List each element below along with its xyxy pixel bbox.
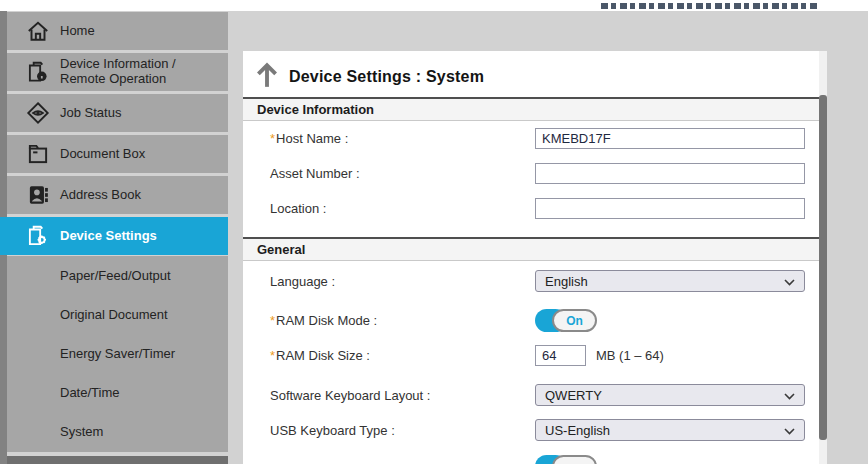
host-name-input[interactable]	[535, 128, 805, 149]
top-bar	[0, 0, 868, 11]
asset-number-label: Asset Number :	[270, 166, 535, 181]
device-settings-icon	[23, 221, 53, 251]
sidebar-subitem-paper-feed-output[interactable]: Paper/Feed/Output	[7, 256, 228, 295]
section-header-device-information: Device Information	[243, 97, 819, 121]
field-row-usb-keyboard-type: USB Keyboard Type : US-English	[270, 419, 810, 441]
ram-disk-size-label: *RAM Disk Size :	[270, 348, 535, 363]
ram-disk-mode-toggle[interactable]: On	[535, 309, 597, 332]
sidebar-item-home[interactable]: Home	[7, 12, 228, 50]
field-row-software-keyboard-layout: Software Keyboard Layout : QWERTY	[270, 384, 810, 406]
sidebar-item-document-box[interactable]: Document Box	[7, 135, 228, 173]
field-row-language: Language : English	[270, 270, 810, 292]
up-arrow-icon[interactable]	[254, 61, 280, 93]
required-marker: *	[270, 348, 275, 363]
sidebar-subitem-original-document[interactable]: Original Document	[7, 295, 228, 334]
clipped-text-remnant	[601, 3, 819, 9]
sidebar-submenu: Paper/Feed/Output Original Document Ener…	[7, 256, 228, 452]
document-box-icon	[23, 139, 53, 169]
address-book-icon	[23, 180, 53, 210]
page-title: Device Settings : System	[289, 68, 484, 86]
toggle-state-label: On	[552, 309, 597, 332]
field-row-host-name: *Host Name :	[270, 128, 810, 149]
section-header-general: General	[243, 237, 819, 261]
software-keyboard-layout-select-value: QWERTY	[545, 388, 602, 403]
field-row-ram-disk-size: *RAM Disk Size : MB (1 – 64)	[270, 345, 810, 366]
field-row-location: Location :	[270, 198, 810, 219]
ram-disk-size-label-text: RAM Disk Size :	[276, 348, 370, 363]
job-status-icon	[23, 98, 53, 128]
location-label: Location :	[270, 201, 535, 216]
chevron-down-icon	[784, 388, 795, 403]
usb-keyboard-type-select-value: US-English	[545, 423, 610, 438]
scrollbar[interactable]	[819, 51, 827, 464]
field-row-asset-number: Asset Number :	[270, 163, 810, 184]
sidebar-item-label-line1: Device Information /	[60, 56, 176, 71]
sidebar-subitem-energy-saver-timer[interactable]: Energy Saver/Timer	[7, 334, 228, 373]
sidebar-item-partial[interactable]	[7, 456, 228, 464]
ram-disk-size-suffix: MB (1 – 64)	[596, 348, 664, 363]
sidebar-item-job-status[interactable]: Job Status	[7, 94, 228, 132]
sidebar-item-label: Document Box	[60, 147, 145, 162]
chevron-down-icon	[784, 274, 795, 289]
language-select[interactable]: English	[535, 270, 805, 292]
sidebar-item-label-line2: Remote Operation	[60, 71, 166, 86]
host-name-label: *Host Name :	[270, 131, 535, 146]
host-name-label-text: Host Name :	[276, 131, 348, 146]
field-row-partial	[270, 455, 810, 464]
ram-disk-mode-label: *RAM Disk Mode :	[270, 313, 535, 328]
sidebar-item-address-book[interactable]: Address Book	[7, 176, 228, 214]
ram-disk-size-input[interactable]	[535, 345, 586, 366]
usb-keyboard-type-label: USB Keyboard Type :	[270, 423, 535, 438]
field-row-ram-disk-mode: *RAM Disk Mode : On	[270, 309, 810, 332]
sidebar-item-label: Device Information / Remote Operation	[60, 57, 176, 87]
ram-disk-mode-label-text: RAM Disk Mode :	[276, 313, 377, 328]
page-title-row: Device Settings : System	[243, 59, 484, 95]
sidebar-subitem-date-time[interactable]: Date/Time	[7, 373, 228, 412]
home-icon	[23, 16, 53, 46]
sidebar-item-device-settings[interactable]: Device Settings	[0, 217, 228, 255]
sidebar-item-label: Address Book	[60, 188, 141, 203]
scrollbar-thumb[interactable]	[819, 95, 827, 440]
chevron-down-icon	[784, 423, 795, 438]
content-panel: Device Settings : System Device Informat…	[243, 51, 827, 464]
sidebar-item-label: Device Settings	[60, 229, 157, 244]
location-input[interactable]	[535, 198, 805, 219]
sidebar-item-label: Home	[60, 24, 95, 39]
required-marker: *	[270, 131, 275, 146]
language-label: Language :	[270, 274, 535, 289]
partial-toggle[interactable]	[535, 455, 597, 464]
sidebar-item-label: Job Status	[60, 106, 121, 121]
sidebar-subitem-system[interactable]: System	[7, 412, 228, 451]
software-keyboard-layout-label: Software Keyboard Layout :	[270, 388, 535, 403]
sidebar-item-device-information[interactable]: Device Information / Remote Operation	[7, 53, 228, 91]
required-marker: *	[270, 313, 275, 328]
asset-number-input[interactable]	[535, 163, 805, 184]
device-webadmin-screen: Home Device Information / Remote Operati…	[0, 0, 868, 464]
language-select-value: English	[545, 274, 588, 289]
device-information-icon	[23, 57, 53, 87]
software-keyboard-layout-select[interactable]: QWERTY	[535, 384, 805, 406]
toggle-knob	[552, 455, 597, 464]
usb-keyboard-type-select[interactable]: US-English	[535, 419, 805, 441]
